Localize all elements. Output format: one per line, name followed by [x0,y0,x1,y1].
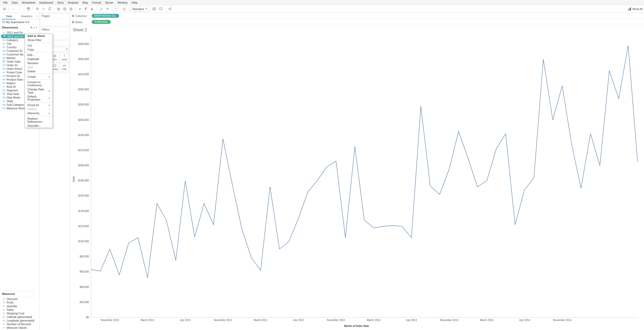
rows-shelf[interactable]: Rows SUM(Sales) [70,19,644,25]
menu-item[interactable]: Default Properties▸ [25,94,53,102]
view-as-icon[interactable]: ⊞ [30,26,33,29]
menu-item[interactable]: Change Data Type▸ [25,87,53,94]
menu-item[interactable]: Hierarchy▸ [25,111,53,115]
menu-item[interactable]: Describe... [25,124,53,128]
svg-rect-11 [43,8,43,10]
svg-text:$300,000: $300,000 [78,88,89,91]
menu-help[interactable]: Help [130,1,140,4]
menu-dashboard[interactable]: Dashboard [37,1,55,4]
menu-icon[interactable]: ▾ [36,26,37,29]
measure-field[interactable]: #Discount [0,297,39,301]
swap-icon[interactable] [77,6,83,12]
new-datasource-icon[interactable] [35,6,40,12]
sheet-title[interactable]: Sheet 2 [72,27,641,34]
mark-label-button[interactable]: TLabel [60,53,69,62]
svg-text:$240,000: $240,000 [78,134,89,137]
new-worksheet-icon[interactable] [56,6,62,12]
data-tab[interactable]: Data [0,13,18,19]
tab-options-icon[interactable]: ≡ [36,13,39,19]
menu-item[interactable]: Delete [25,69,53,73]
measure-field[interactable]: ⊕Longitude (generated) [0,319,39,322]
svg-rect-40 [629,8,630,11]
svg-point-36 [170,9,171,10]
menu-map[interactable]: Map [80,1,90,4]
svg-rect-62 [74,15,74,17]
columns-pill[interactable]: MONTH(Order Da.. [92,14,119,18]
menu-item[interactable]: Replace References... [25,117,53,124]
svg-point-52 [54,55,56,57]
rows-pill[interactable]: SUM(Sales) [92,20,111,24]
measure-field[interactable]: #Number of Records [0,322,39,326]
pages-card[interactable]: Pages [40,13,69,26]
menu-item[interactable]: Cut [25,43,53,47]
pin-icon[interactable] [121,6,127,12]
svg-rect-45 [3,61,5,62]
forward-icon[interactable]: → [17,6,22,12]
menu-analysis[interactable]: Analysis [66,1,80,4]
svg-line-4 [3,8,4,9]
svg-point-10 [36,8,38,9]
show-me-button[interactable]: Show M [628,7,642,11]
menu-item[interactable]: Convert to Continuous [25,80,53,87]
refresh-icon[interactable] [47,6,53,12]
svg-rect-26 [91,9,93,10]
menu-item[interactable]: Create▸ [25,75,53,79]
svg-rect-65 [72,23,74,23]
menu-file[interactable]: File [1,1,10,4]
svg-rect-22 [85,9,86,9]
svg-text:March 2013: March 2013 [367,319,381,322]
presentation-icon[interactable] [158,6,163,12]
measure-field[interactable]: ⊕Latitude (generated) [0,315,39,319]
find-field-icon[interactable]: ⌕ [34,26,35,29]
menu-item[interactable]: Copy [25,47,53,52]
show-cards-icon[interactable] [152,6,157,12]
measure-field[interactable]: #Quantity [0,304,39,308]
pause-icon[interactable] [41,6,46,12]
svg-rect-25 [91,9,93,9]
measure-field[interactable]: #Measure Values [0,326,39,329]
datasource-item[interactable]: My Superstore 4-3 [0,20,39,25]
sort-asc-icon[interactable] [83,6,89,12]
sort-desc-icon[interactable] [89,6,95,12]
menu-item[interactable]: Rename [25,61,53,65]
highlight-icon[interactable] [98,6,104,12]
fit-select[interactable]: Standard [130,6,148,12]
duplicate-icon[interactable] [62,6,68,12]
svg-point-34 [168,8,169,9]
menu-story[interactable]: Story [55,1,66,4]
menu-item[interactable]: Duplicate [25,57,53,61]
menu-worksheet[interactable]: Worksheet [20,1,37,4]
menu-item[interactable]: Show Filter [25,38,53,42]
menu-item[interactable]: Group by▸ [25,103,53,107]
svg-text:$0: $0 [86,316,89,319]
svg-text:$280,000: $280,000 [78,103,89,106]
columns-shelf[interactable]: Columns MONTH(Order Da.. [70,13,644,19]
svg-text:November 2010: November 2010 [101,319,119,322]
menu-data[interactable]: Data [10,1,20,4]
analytics-tab[interactable]: Analytics [18,13,36,19]
svg-text:$320,000: $320,000 [78,73,89,76]
measure-field[interactable]: #Sales [0,308,39,312]
svg-text:$220,000: $220,000 [78,149,89,152]
line-chart[interactable]: $0$20,000$40,000$60,000$80,000$100,000$1… [76,34,641,324]
toolbar: ← → T Standard Show M [0,5,644,13]
share-icon[interactable] [167,6,172,12]
group-icon[interactable] [105,6,110,12]
svg-rect-60 [72,15,73,17]
back-icon[interactable]: ← [11,6,16,12]
measure-field[interactable]: #Shipping Cost [0,312,39,315]
measure-field[interactable]: #Profit [0,301,39,304]
menu-server[interactable]: Server [103,1,115,4]
svg-rect-17 [64,8,66,10]
menu-item[interactable]: Edit... [25,53,53,57]
menu-window[interactable]: Window [116,1,130,4]
clear-icon[interactable] [68,6,74,12]
svg-text:November 2012: November 2012 [327,319,345,322]
menu-format[interactable]: Format [90,1,103,4]
svg-rect-63 [72,21,74,22]
mark-path-button[interactable]: Path [60,63,69,72]
label-icon[interactable]: T [114,7,118,11]
menu-item[interactable]: Add to Sheet [25,34,53,38]
svg-rect-24 [91,8,92,8]
save-icon[interactable] [26,6,31,12]
